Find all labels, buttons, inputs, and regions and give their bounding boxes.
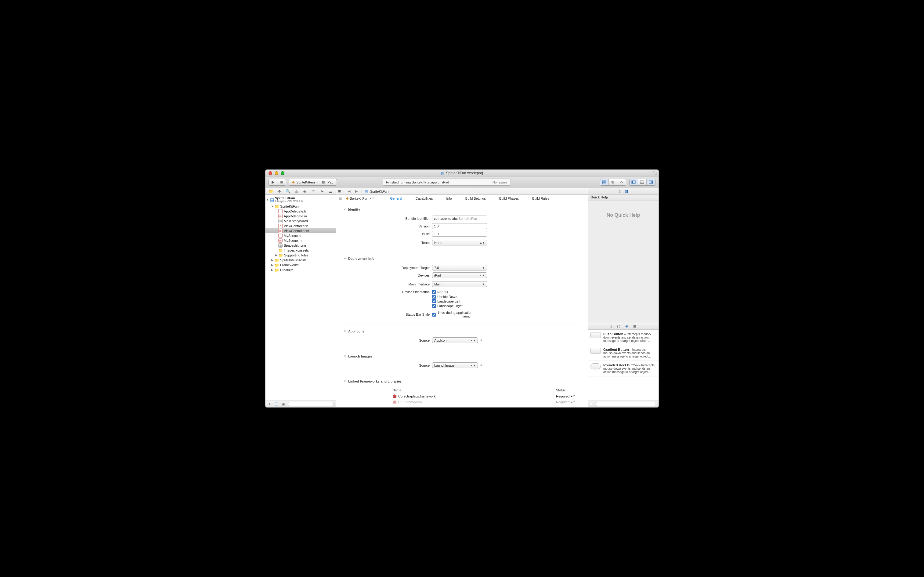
file-viewcontroller-m[interactable]: mViewController.m bbox=[265, 228, 336, 233]
log-navigator-tab[interactable]: ☰ bbox=[328, 189, 333, 194]
toggle-debug-button[interactable] bbox=[638, 179, 647, 185]
launch-source-dropdown[interactable]: LaunchImage▲▼ bbox=[432, 363, 478, 368]
orientation-landscape-left-check[interactable]: Landscape Left bbox=[432, 299, 475, 303]
issue-navigator-tab[interactable]: ⚠ bbox=[294, 189, 299, 194]
project-navigator-tab[interactable]: 📁 bbox=[268, 189, 273, 194]
toggle-navigator-button[interactable] bbox=[630, 179, 638, 185]
target-list-toggle[interactable]: ▸⃞ bbox=[338, 197, 343, 200]
library-item-rounded-button[interactable]: Rounded Rect Button – Intercepts mouse-d… bbox=[588, 361, 659, 376]
build-field[interactable]: 1.0 bbox=[432, 231, 487, 237]
file-main-storyboard[interactable]: ◫Main.storyboard bbox=[265, 219, 336, 224]
library-item-gradient-button[interactable]: Gradient Button – Intercepts mouse-down … bbox=[588, 345, 659, 361]
section-deployment-header[interactable]: ▼Deployment Info bbox=[344, 257, 580, 260]
project-tree[interactable]: ▼▤ SpriteKitFun 2 targets, iOS SDK 7.0 ▼… bbox=[265, 195, 336, 401]
library-view-toggle[interactable]: ⊞ bbox=[590, 402, 593, 406]
file-viewcontroller-h[interactable]: hViewController.h bbox=[265, 224, 336, 228]
xcode-window: ▤ SpriteKitFun.xcodeproj ◆ SpriteKitFun … bbox=[265, 169, 659, 408]
main-interface-label: Main Interface bbox=[389, 282, 432, 286]
group-tests[interactable]: ▶📁SpriteKitFunTests bbox=[265, 258, 336, 263]
object-library[interactable]: Push Button – Intercepts mouse-down even… bbox=[588, 330, 659, 401]
file-myscene-h[interactable]: hMyScene.h bbox=[265, 233, 336, 238]
tab-build-rules[interactable]: Build Rules bbox=[525, 197, 556, 200]
launch-source-label: Source bbox=[389, 364, 432, 367]
media-library-tab[interactable]: ▦ bbox=[633, 324, 636, 328]
forward-button[interactable]: ▶ bbox=[354, 189, 359, 193]
file-appdelegate-h[interactable]: hAppDelegate.h bbox=[265, 209, 336, 214]
devices-dropdown[interactable]: iPad▲▼ bbox=[432, 272, 487, 278]
jumpbar-item[interactable]: SpriteKitFun bbox=[370, 190, 389, 193]
minimize-window-button[interactable] bbox=[275, 171, 278, 175]
close-window-button[interactable] bbox=[268, 171, 272, 175]
group-frameworks[interactable]: ▶📁Frameworks bbox=[265, 263, 336, 268]
jump-bar[interactable]: ⊞ | ◀ ▶ | ▤ SpriteKitFun bbox=[336, 188, 588, 195]
group-products[interactable]: ▶📁Products bbox=[265, 268, 336, 272]
project-row[interactable]: ▼▤ SpriteKitFun 2 targets, iOS SDK 7.0 bbox=[265, 195, 336, 204]
run-button[interactable] bbox=[269, 179, 277, 185]
tab-build-settings[interactable]: Build Settings bbox=[459, 197, 493, 200]
deploy-target-combo[interactable]: 7.0▼ bbox=[432, 265, 487, 271]
team-label: Team bbox=[389, 241, 432, 245]
file-template-library-tab[interactable]: ▯ bbox=[610, 324, 612, 328]
toggle-utilities-button[interactable] bbox=[647, 179, 655, 185]
object-library-tab[interactable]: ◉ bbox=[625, 324, 628, 328]
file-inspector-tab[interactable]: ▯ bbox=[619, 189, 621, 193]
library-filter-field[interactable] bbox=[596, 402, 656, 406]
scm-filter-icon[interactable]: ▣ bbox=[282, 402, 285, 406]
recent-filter-icon[interactable]: 🕘 bbox=[274, 402, 279, 406]
orientation-portrait-check[interactable]: Portrait bbox=[432, 290, 475, 294]
symbol-navigator-tab[interactable]: ❖ bbox=[277, 189, 282, 194]
breakpoint-navigator-tab[interactable]: ➤ bbox=[320, 189, 325, 194]
editor-standard-button[interactable] bbox=[600, 179, 609, 185]
find-navigator-tab[interactable]: 🔍 bbox=[286, 189, 291, 194]
zoom-window-button[interactable] bbox=[281, 171, 284, 175]
svg-point-3 bbox=[612, 181, 613, 182]
appicon-jump-icon[interactable]: ➜ bbox=[480, 338, 482, 342]
svg-rect-0 bbox=[603, 181, 606, 184]
section-identity-header[interactable]: ▼Identity bbox=[344, 208, 580, 211]
orientation-upside-check[interactable]: Upside Down bbox=[432, 295, 475, 298]
toolbar: ◆ SpriteKitFun 〉 ▦ iPad Finished running… bbox=[265, 176, 659, 188]
tab-capabilities[interactable]: Capabilities bbox=[409, 197, 440, 200]
statusbar-hide-check[interactable]: Hide during application launch bbox=[432, 311, 475, 318]
back-button[interactable]: ◀ bbox=[347, 189, 352, 193]
launch-jump-icon[interactable]: ➜ bbox=[480, 363, 482, 367]
file-spaceship-png[interactable]: ▦Spaceship.png bbox=[265, 243, 336, 248]
orientation-landscape-right-check[interactable]: Landscape Right bbox=[432, 304, 475, 308]
add-button[interactable]: ＋ bbox=[268, 402, 271, 406]
section-linked-header[interactable]: ▼Linked Frameworks and Libraries bbox=[344, 379, 580, 383]
table-row[interactable]: 🧰UIKit.framework Required▲▼ bbox=[389, 399, 580, 405]
scheme-selector[interactable]: ◆ SpriteKitFun 〉 ▦ iPad bbox=[289, 179, 337, 185]
quickhelp-inspector-tab[interactable]: ◨ bbox=[625, 189, 628, 193]
version-field[interactable]: 1.0 bbox=[432, 223, 487, 229]
code-snippet-library-tab[interactable]: { } bbox=[617, 324, 620, 328]
linked-frameworks-table: Name Status 🧰CoreGraphics.framework Requ… bbox=[389, 387, 580, 405]
target-picker[interactable]: ◆ SpriteKitFun ▲▼ bbox=[343, 196, 377, 200]
tab-info[interactable]: Info bbox=[439, 197, 458, 200]
group-spritekitfun[interactable]: ▼📁SpriteKitFun bbox=[265, 204, 336, 209]
file-images-xcassets[interactable]: 📁Images.xcassets bbox=[265, 248, 336, 253]
library-item-push-button[interactable]: Push Button – Intercepts mouse-down even… bbox=[588, 330, 659, 345]
team-dropdown[interactable]: None▲▼ bbox=[432, 240, 487, 245]
editor-assistant-button[interactable] bbox=[609, 179, 617, 185]
tab-build-phases[interactable]: Build Phases bbox=[493, 197, 525, 200]
group-supporting-files[interactable]: ▶📁Supporting Files bbox=[265, 253, 336, 258]
main-interface-combo[interactable]: Main▼ bbox=[432, 281, 487, 287]
test-navigator-tab[interactable]: ◈ bbox=[302, 189, 307, 194]
related-items-icon[interactable]: ⊞ bbox=[338, 189, 341, 193]
activity-viewer: Finished running SpriteKitFun.app on iPa… bbox=[382, 179, 511, 185]
section-appicons-header[interactable]: ▼App Icons bbox=[344, 329, 580, 333]
debug-navigator-tab[interactable]: ≡ bbox=[311, 189, 316, 194]
section-launch-header[interactable]: ▼Launch Images bbox=[344, 355, 580, 358]
linked-col-name: Name bbox=[389, 388, 556, 392]
file-appdelegate-m[interactable]: mAppDelegate.m bbox=[265, 214, 336, 219]
appicon-source-dropdown[interactable]: AppIcon▲▼ bbox=[432, 337, 478, 343]
table-row[interactable]: 🧰CoreGraphics.framework Required▲▼ bbox=[389, 393, 580, 399]
file-myscene-m[interactable]: mMyScene.m bbox=[265, 238, 336, 243]
editor-version-button[interactable] bbox=[617, 179, 626, 185]
filter-field[interactable] bbox=[288, 402, 334, 406]
bundle-id-field[interactable]: com.xtremelabs.SpriteKitFun bbox=[432, 216, 487, 221]
linked-col-status: Status bbox=[556, 388, 580, 392]
fullscreen-icon[interactable] bbox=[653, 171, 657, 175]
tab-general[interactable]: General bbox=[383, 197, 408, 200]
stop-button[interactable] bbox=[277, 179, 286, 185]
